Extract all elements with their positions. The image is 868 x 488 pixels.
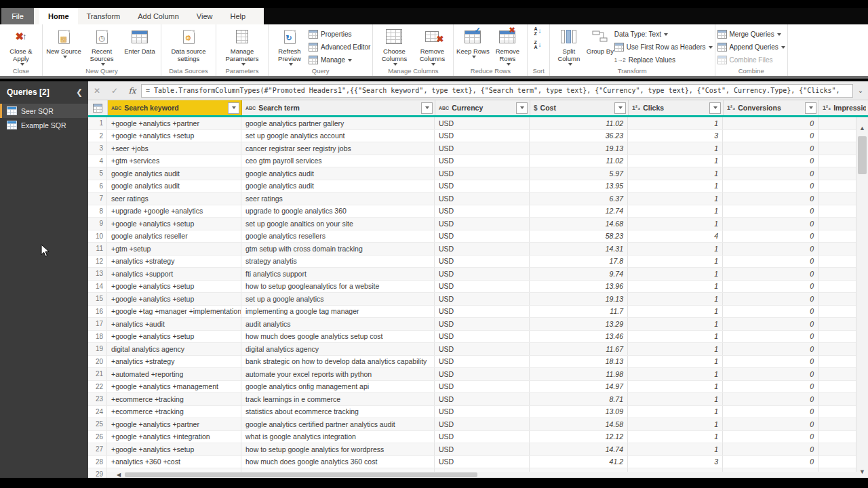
cell-clicks[interactable]: 1 (628, 381, 723, 393)
row-number[interactable]: 2 (88, 130, 107, 142)
cell-conversions[interactable]: 0 (723, 406, 818, 418)
cell-search-keyword[interactable]: +analytics +360 +cost (107, 456, 241, 468)
tab-home[interactable]: Home (39, 8, 78, 24)
cell-currency[interactable]: USD (435, 406, 530, 418)
cell-conversions[interactable]: 0 (723, 356, 818, 368)
remove-columns-button[interactable]: ✖ Remove Columns (413, 24, 451, 66)
cell-search-term[interactable]: track learnings in e commerce (241, 393, 435, 405)
row-number[interactable]: 17 (88, 318, 107, 330)
merge-queries-button[interactable]: Merge Queries (717, 28, 785, 41)
cell-conversions[interactable]: 0 (723, 343, 818, 355)
cell-currency[interactable]: USD (435, 356, 530, 368)
data-type-button[interactable]: Data Type: Text (614, 28, 713, 41)
tab-file[interactable]: File (1, 8, 34, 24)
cell-clicks[interactable]: 3 (628, 456, 723, 468)
cell-search-term[interactable]: strategy analytis (241, 256, 435, 268)
cell-clicks[interactable]: 1 (628, 142, 723, 155)
cell-search-term[interactable]: automate your excel reports with python (241, 368, 435, 380)
cell-search-keyword[interactable]: google analytics audit (107, 167, 241, 180)
cell-search-term[interactable]: what is google analytics integration (241, 431, 435, 443)
cell-clicks[interactable]: 1 (628, 155, 723, 167)
cell-currency[interactable]: USD (435, 230, 530, 243)
cell-cost[interactable]: 14.31 (530, 243, 628, 255)
cell-search-keyword[interactable]: +google +analytics +setup (107, 281, 241, 293)
cell-clicks[interactable]: 1 (628, 205, 723, 218)
cell-search-keyword[interactable]: +google +analytics +partner (107, 418, 241, 430)
cell-currency[interactable]: USD (435, 431, 530, 443)
cell-clicks[interactable]: 1 (628, 243, 723, 255)
cell-search-keyword[interactable]: +google +analytics +setup (107, 293, 241, 305)
collapse-pane-icon[interactable]: ❮ (76, 87, 83, 97)
cell-conversions[interactable]: 0 (723, 368, 818, 380)
row-number[interactable]: 7 (88, 192, 107, 205)
cell-clicks[interactable]: 1 (628, 443, 723, 455)
row-number[interactable]: 25 (88, 418, 107, 430)
cell-search-keyword[interactable]: +analytics +support (107, 268, 241, 280)
cell-search-term[interactable]: set up a google analytics (241, 293, 435, 305)
group-by-button[interactable]: Group By (586, 24, 614, 56)
cell-conversions[interactable]: 0 (723, 155, 818, 167)
cell-clicks[interactable]: 1 (628, 180, 723, 192)
cell-currency[interactable]: USD (435, 117, 530, 129)
cell-search-term[interactable]: google analytics resellers (241, 230, 435, 243)
cell-search-keyword[interactable]: +google +analytics +partner (107, 117, 241, 129)
cell-search-term[interactable]: how much does google analytics 360 cost (241, 456, 435, 468)
expand-formula-bar-icon[interactable]: ⌄ (853, 87, 868, 94)
advanced-editor-button[interactable]: Advanced Editor (309, 41, 370, 54)
cell-cost[interactable]: 11.02 (530, 117, 628, 129)
cell-search-term[interactable]: set up google analtics on your site (241, 218, 435, 230)
scroll-up-icon[interactable]: ▲ (856, 123, 868, 133)
row-number[interactable]: 12 (88, 256, 107, 268)
column-header-cost[interactable]: $ Cost (530, 100, 629, 115)
cell-search-term[interactable]: google analytics audit (241, 180, 435, 192)
cell-cost[interactable]: 5.97 (530, 167, 628, 180)
remove-rows-button[interactable]: ✖ Remove Rows (490, 24, 525, 66)
cell-currency[interactable]: USD (435, 368, 530, 380)
cell-cost[interactable]: 8.71 (530, 393, 628, 405)
scroll-down-icon[interactable]: ▼ (856, 466, 868, 476)
cell-currency[interactable]: USD (435, 205, 530, 218)
cell-conversions[interactable]: 0 (723, 418, 818, 430)
cell-conversions[interactable]: 0 (723, 331, 818, 343)
cell-currency[interactable]: USD (435, 393, 530, 405)
cell-search-term[interactable]: set up google analytics account (241, 130, 435, 142)
cell-search-keyword[interactable]: +google +analytics +setup (107, 443, 241, 455)
row-number[interactable]: 19 (88, 343, 107, 355)
tab-transform[interactable]: Transform (78, 8, 130, 24)
cell-conversions[interactable]: 0 (723, 205, 818, 218)
cell-cost[interactable]: 6.37 (530, 192, 628, 205)
cell-clicks[interactable]: 1 (628, 393, 723, 405)
scroll-left-icon[interactable]: ◀ (117, 472, 121, 478)
cell-currency[interactable]: USD (435, 180, 530, 192)
cell-search-term[interactable]: how to setup google analytics for wordpr… (241, 443, 435, 455)
cell-clicks[interactable]: 1 (628, 418, 723, 430)
cell-clicks[interactable]: 1 (628, 268, 723, 280)
cell-cost[interactable]: 13.95 (530, 180, 628, 192)
cell-currency[interactable]: USD (435, 456, 530, 468)
cell-search-term[interactable]: statistics about ecommerce tracking (241, 406, 435, 418)
cell-currency[interactable]: USD (435, 243, 530, 255)
row-number[interactable]: 11 (88, 243, 107, 255)
cell-search-keyword[interactable]: +ecommerce +tracking (107, 393, 241, 405)
cell-conversions[interactable]: 0 (723, 256, 818, 268)
cell-currency[interactable]: USD (435, 281, 530, 293)
cell-cost[interactable]: 14.68 (530, 218, 628, 230)
row-number[interactable]: 22 (88, 381, 107, 393)
filter-dropdown-icon[interactable] (709, 102, 721, 114)
cell-clicks[interactable]: 1 (628, 318, 723, 330)
column-header-search-keyword[interactable]: ABC Search keyword (108, 100, 242, 115)
row-number[interactable]: 9 (88, 218, 107, 230)
cell-cost[interactable]: 17.8 (530, 256, 628, 268)
horizontal-scroll-thumb[interactable] (125, 472, 477, 477)
cell-clicks[interactable]: 1 (628, 167, 723, 180)
cell-search-keyword[interactable]: +gtm +setup (107, 243, 241, 255)
cell-cost[interactable]: 13.46 (530, 331, 628, 343)
cell-conversions[interactable]: 0 (723, 443, 818, 455)
cell-cost[interactable]: 58.23 (530, 230, 628, 243)
row-number[interactable]: 8 (88, 205, 107, 218)
row-number[interactable]: 26 (88, 431, 107, 443)
query-item-example-sqr[interactable]: Example SQR (0, 118, 88, 132)
cell-search-term[interactable]: gtm setup with cross domain tracking (241, 243, 435, 255)
row-number[interactable]: 5 (88, 167, 107, 180)
cell-search-keyword[interactable]: google analytics audit (107, 180, 241, 192)
